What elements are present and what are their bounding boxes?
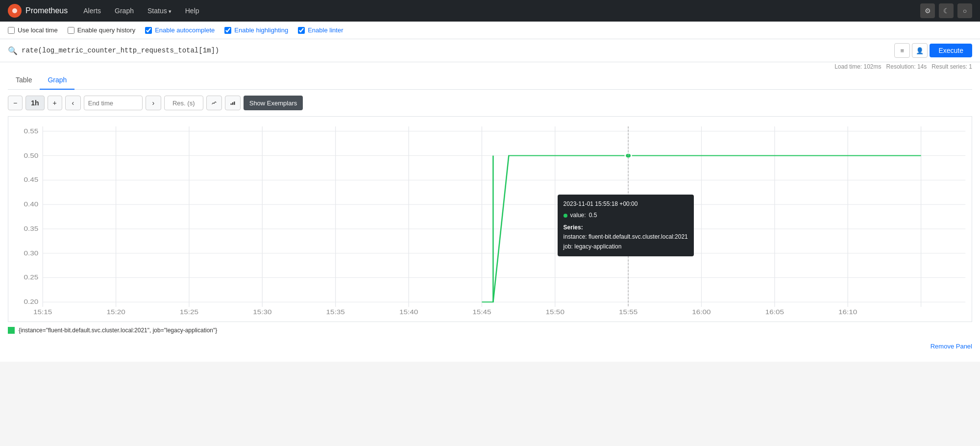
svg-text:16:05: 16:05 — [765, 309, 784, 316]
enable-autocomplete-checkbox[interactable] — [145, 27, 152, 34]
svg-rect-2 — [230, 103, 231, 105]
circle-icon[interactable]: ○ — [957, 3, 972, 18]
list-icon-btn[interactable]: ≡ — [894, 43, 910, 58]
minus-button[interactable]: − — [8, 96, 23, 110]
svg-text:0.45: 0.45 — [24, 177, 38, 183]
nav-graph[interactable]: Graph — [109, 4, 140, 18]
resolution: Resolution: 14s — [886, 63, 927, 70]
svg-text:0.50: 0.50 — [24, 152, 38, 159]
nav-status[interactable]: Status — [142, 4, 177, 18]
nav-help[interactable]: Help — [179, 4, 205, 18]
nav-menu: Alerts Graph Status Help — [77, 4, 910, 18]
result-series: Result series: 1 — [931, 63, 972, 70]
chart-legend: {instance="fluent-bit.default.svc.cluste… — [8, 322, 972, 339]
tabs: Table Graph — [8, 71, 972, 90]
graph-controls: − 1h + ‹ › Show Exemplars — [8, 90, 972, 116]
svg-text:15:35: 15:35 — [326, 309, 345, 316]
nav-alerts[interactable]: Alerts — [77, 4, 107, 18]
load-time: Load time: 102ms — [834, 63, 881, 70]
settings-icon[interactable]: ⚙ — [920, 3, 935, 18]
svg-text:15:25: 15:25 — [180, 309, 199, 316]
tab-graph[interactable]: Graph — [40, 71, 74, 90]
legend-label: {instance="fluent-bit.default.svc.cluste… — [19, 327, 217, 334]
navbar-icons: ⚙ ☾ ○ — [920, 3, 972, 18]
enable-autocomplete-option[interactable]: Enable autocomplete — [145, 26, 215, 34]
svg-text:15:20: 15:20 — [106, 309, 125, 316]
svg-text:0.20: 0.20 — [24, 299, 38, 305]
svg-text:16:10: 16:10 — [838, 309, 858, 316]
svg-text:15:50: 15:50 — [546, 309, 565, 316]
svg-text:0.25: 0.25 — [24, 274, 38, 281]
svg-text:0.55: 0.55 — [24, 128, 38, 134]
prev-time-button[interactable]: ‹ — [65, 96, 81, 110]
svg-text:15:15: 15:15 — [33, 309, 52, 316]
period-1h-button[interactable]: 1h — [25, 96, 44, 110]
enable-highlighting-option[interactable]: Enable highlighting — [224, 26, 288, 34]
line-chart-button[interactable] — [206, 96, 222, 110]
svg-rect-3 — [232, 102, 233, 105]
svg-text:0.30: 0.30 — [24, 250, 38, 256]
user-icon-btn[interactable]: 👤 — [912, 43, 928, 58]
next-time-button[interactable]: › — [146, 96, 161, 110]
legend-color-box — [8, 327, 15, 334]
brand-name: Prometheus — [25, 6, 68, 15]
svg-point-1 — [12, 8, 17, 13]
use-local-time-checkbox[interactable] — [8, 27, 15, 34]
remove-panel: Remove Panel — [8, 339, 972, 354]
content-area: Table Graph − 1h + ‹ › Show Exemplars — [0, 71, 980, 362]
search-icon: 🔍 — [8, 46, 18, 55]
svg-text:15:45: 15:45 — [472, 309, 491, 316]
svg-text:15:30: 15:30 — [253, 309, 272, 316]
tab-table[interactable]: Table — [8, 71, 40, 90]
svg-text:0.35: 0.35 — [24, 225, 38, 232]
resolution-input[interactable] — [164, 96, 203, 110]
chart-container: 0.55 0.50 0.45 0.40 0.35 0.30 0.25 0.20 … — [8, 116, 972, 322]
meta-info: Load time: 102ms Resolution: 14s Result … — [0, 62, 980, 71]
execute-button[interactable]: Execute — [930, 44, 972, 57]
query-input[interactable] — [22, 47, 890, 54]
svg-text:16:00: 16:00 — [692, 309, 711, 316]
prometheus-logo — [8, 4, 22, 18]
svg-text:15:55: 15:55 — [619, 309, 638, 316]
theme-icon[interactable]: ☾ — [939, 3, 954, 18]
navbar: Prometheus Alerts Graph Status Help ⚙ ☾ … — [0, 0, 980, 22]
use-local-time-option[interactable]: Use local time — [8, 26, 58, 34]
enable-highlighting-checkbox[interactable] — [224, 27, 231, 34]
enable-linter-option[interactable]: Enable linter — [298, 26, 343, 34]
enable-linter-checkbox[interactable] — [298, 27, 305, 34]
search-actions: ≡ 👤 Execute — [894, 43, 972, 58]
plus-button[interactable]: + — [48, 96, 62, 110]
svg-rect-4 — [234, 101, 235, 105]
brand: Prometheus — [8, 4, 68, 18]
enable-query-history-option[interactable]: Enable query history — [68, 26, 136, 34]
show-exemplars-button[interactable]: Show Exemplars — [244, 96, 303, 110]
svg-text:15:40: 15:40 — [399, 309, 418, 316]
options-bar: Use local time Enable query history Enab… — [0, 22, 980, 39]
enable-query-history-checkbox[interactable] — [68, 27, 74, 34]
svg-text:0.40: 0.40 — [24, 201, 38, 208]
remove-panel-link[interactable]: Remove Panel — [931, 343, 972, 350]
stacked-chart-button[interactable] — [225, 96, 241, 110]
chart-svg: 0.55 0.50 0.45 0.40 0.35 0.30 0.25 0.20 … — [8, 117, 972, 322]
search-bar: 🔍 ≡ 👤 Execute — [0, 39, 980, 62]
end-time-input[interactable] — [84, 96, 143, 110]
